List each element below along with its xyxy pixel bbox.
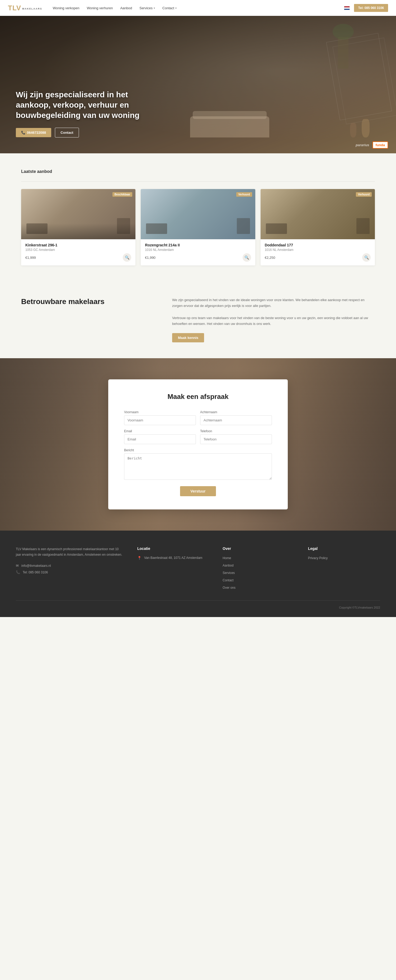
verstuur-button[interactable]: Verstuur: [180, 486, 216, 496]
logo-sub: MAKELAARS: [22, 7, 42, 10]
betrouwbaar-left: Betrouwbare makelaars: [21, 297, 156, 306]
form-row-3: Bericht: [124, 449, 272, 480]
footer-grid: TLV Makelaars is een dynamisch professio…: [16, 546, 380, 601]
footer-link-privacy[interactable]: Privacy Policy: [308, 555, 380, 560]
card-2-price: €1,990: [145, 256, 155, 259]
pararius-badge: pararius: [356, 143, 369, 147]
card-1-price: €1,999: [25, 256, 36, 259]
footer-link-privacy-anchor[interactable]: Privacy Policy: [308, 556, 328, 560]
footer-legal-col: Legal Privacy Policy: [308, 546, 380, 590]
telefoon-group: Telefoon: [200, 430, 272, 444]
hero-vase2-decor: [350, 123, 356, 137]
hero-buttons: 📞 0646722088 Contact: [16, 128, 143, 137]
footer-link-contact[interactable]: Contact: [223, 578, 295, 582]
hero-contact-button[interactable]: Contact: [55, 128, 79, 137]
card-1-image: Beschikbaar: [21, 189, 135, 239]
footer-brand-col: TLV Makelaars is een dynamisch professio…: [16, 546, 124, 590]
achternaam-input[interactable]: [200, 415, 272, 425]
footer-link-contact-anchor[interactable]: Contact: [223, 578, 233, 582]
card-2-sofa-decor: [146, 223, 167, 234]
hero-section: Wij zijn gespecialiseerd in het aankoop,…: [0, 16, 396, 153]
card-3-image: Verhuurd: [261, 189, 375, 239]
achternaam-group: Achternaam: [200, 410, 272, 425]
footer-link-home-anchor[interactable]: Home: [223, 556, 231, 560]
form-row-2: Email Telefoon: [124, 430, 272, 444]
footer-email-row: ✉ info@tlvmakelaars.nl: [16, 564, 124, 568]
property-card-1: Beschikbaar Kinkerstraat 296-1 1053 GC A…: [21, 189, 135, 266]
footer-link-over-ons-anchor[interactable]: Over ons: [223, 586, 236, 590]
card-3-sofa-decor: [266, 223, 287, 234]
footer-link-services-anchor[interactable]: Services: [223, 571, 235, 575]
footer-link-home[interactable]: Home: [223, 555, 295, 560]
nav-woning-verhuren[interactable]: Woning verhuren: [87, 6, 113, 10]
nav-services-dropdown[interactable]: Services ▾: [139, 6, 155, 10]
funda-badge[interactable]: funda: [372, 142, 388, 149]
card-1-sofa-decor: [26, 223, 48, 234]
card-1-status-badge: Beschikbaar: [112, 192, 132, 197]
nav-services[interactable]: Services: [139, 6, 153, 10]
nav-links: Woning verkopen Woning verhuren Aanbod S…: [53, 6, 344, 10]
email-input[interactable]: [124, 434, 196, 444]
footer-locatie-col: Locatie 📍 Van Baerlestraat 48, 1071 AZ A…: [137, 546, 209, 590]
site-logo[interactable]: TLV MAKELAARS: [8, 4, 42, 12]
flag-nl-icon[interactable]: [344, 6, 350, 10]
hero-phone-label: 0646722088: [27, 130, 46, 135]
hero-phone-button[interactable]: 📞 0646722088: [16, 128, 51, 137]
nav-contact[interactable]: Contact: [162, 6, 174, 10]
hero-badges: pararius funda: [356, 142, 388, 149]
betrouwbaar-title: Betrouwbare makelaars: [21, 297, 156, 306]
afspraak-section: Maak een afspraak Voornaam Achternaam Em…: [0, 358, 396, 531]
betrouwbaar-right: We zijn gespecialiseerd in het vinden va…: [172, 297, 375, 342]
card-2-search-button[interactable]: 🔍: [242, 253, 251, 262]
card-3-search-button[interactable]: 🔍: [362, 253, 371, 262]
nav-woning-verkopen[interactable]: Woning verkopen: [53, 6, 79, 10]
footer-link-over-ons[interactable]: Over ons: [223, 585, 295, 590]
phone-footer-icon: 📞: [16, 570, 20, 574]
afspraak-form-card: Maak een afspraak Voornaam Achternaam Em…: [108, 379, 288, 509]
navbar-right: Tel: 085 060 3106: [344, 4, 388, 12]
telefoon-input[interactable]: [200, 434, 272, 444]
property-card-2: Verhuurd Rozengracht 214a II 1016 NL Ams…: [141, 189, 255, 266]
hero-plant-decor: [338, 37, 348, 69]
voornaam-group: Voornaam: [124, 410, 196, 425]
betrouwbaar-text1: We zijn gespecialiseerd in het vinden va…: [172, 297, 375, 309]
nav-aanbod[interactable]: Aanbod: [120, 6, 132, 10]
hero-sofa-decor: [190, 116, 269, 137]
hero-vase-decor: [362, 119, 370, 137]
card-2-image: Verhuurd: [141, 189, 255, 239]
card-3-city: 1016 NL Amsterdam: [265, 248, 371, 252]
voornaam-input[interactable]: [124, 415, 196, 425]
footer-link-services[interactable]: Services: [223, 570, 295, 575]
maak-kennis-button[interactable]: Maak kennis: [172, 333, 204, 342]
bericht-group: Bericht: [124, 449, 272, 480]
afspraak-title: Maak een afspraak: [124, 393, 272, 401]
card-3-body: Doddendaal 177 1016 NL Amsterdam €2,250 …: [261, 239, 375, 266]
email-icon: ✉: [16, 564, 19, 568]
footer-email: info@tlvmakelaars.nl: [21, 564, 51, 568]
bericht-textarea[interactable]: [124, 453, 272, 480]
tel-button[interactable]: Tel: 085 060 3106: [354, 4, 388, 12]
footer: TLV Makelaars is een dynamisch professio…: [0, 531, 396, 617]
form-row-1: Voornaam Achternaam: [124, 410, 272, 425]
property-cards-grid: Beschikbaar Kinkerstraat 296-1 1053 GC A…: [21, 189, 375, 266]
aanbod-section-title: Laatste aanbod: [21, 169, 375, 174]
card-1-search-button[interactable]: 🔍: [123, 253, 131, 262]
email-group: Email: [124, 430, 196, 444]
email-label: Email: [124, 430, 196, 433]
card-1-body: Kinkerstraat 296-1 1053 GC Amsterdam €1,…: [21, 239, 135, 266]
card-1-footer: €1,999 🔍: [25, 253, 131, 262]
footer-link-aanbod[interactable]: Aanbod: [223, 563, 295, 568]
card-1-city: 1053 GC Amsterdam: [25, 248, 131, 252]
footer-brand-text: TLV Makelaars is een dynamisch professio…: [16, 546, 124, 557]
property-card-3: Verhuurd Doddendaal 177 1016 NL Amsterda…: [261, 189, 375, 266]
footer-link-aanbod-anchor[interactable]: Aanbod: [223, 564, 233, 567]
footer-address: Van Baerlestraat 48, 1071 AZ Amsterdam: [144, 555, 203, 560]
footer-over-title: Over: [223, 546, 295, 550]
card-3-price: €2,250: [265, 256, 276, 259]
footer-legal-links: Privacy Policy: [308, 555, 380, 560]
footer-bottom: Copyright ©TLVmakelaars 2022: [16, 601, 380, 609]
footer-tel: Tel: 085 060 3106: [23, 571, 48, 574]
card-2-body: Rozengracht 214a II 1016 NL Amsterdam €1…: [141, 239, 255, 266]
card-3-street: Doddendaal 177: [265, 243, 371, 247]
nav-contact-dropdown[interactable]: Contact ▾: [162, 6, 177, 10]
